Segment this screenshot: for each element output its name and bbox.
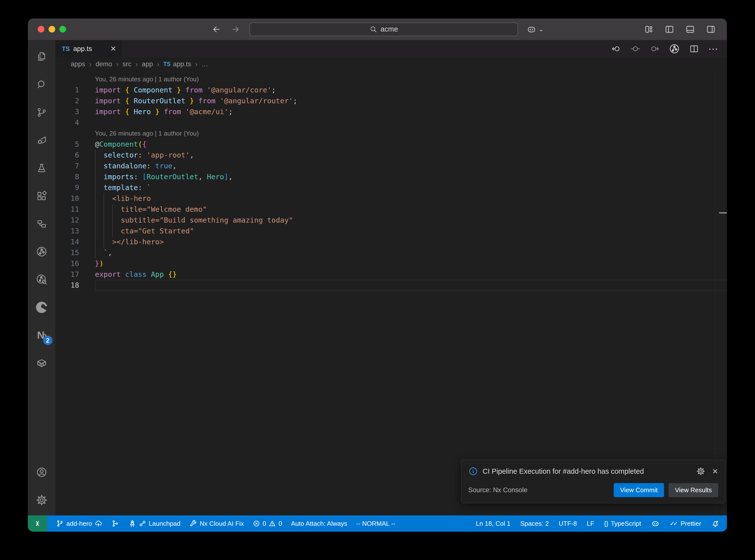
statusbar-copilot[interactable] [651, 519, 660, 528]
cursor-position-marker [719, 212, 727, 214]
code-line[interactable]: 18 [56, 280, 727, 291]
zoom-window-button[interactable] [59, 26, 66, 33]
activity-nx-console[interactable]: N› 2 [28, 321, 56, 349]
code-line-content: title="Welcmoe demo" [95, 204, 727, 215]
code-line-content: cta="Get Started" [95, 225, 727, 236]
statusbar-language[interactable]: {} TypeScript [604, 520, 641, 527]
copilot-menu[interactable]: ⌄ [526, 24, 544, 35]
breadcrumb-item[interactable]: apps [71, 60, 85, 68]
forward-button[interactable] [230, 24, 241, 35]
code-line-content: subtitle="Build something amazing today" [95, 215, 727, 225]
code-line[interactable]: 15`, [56, 247, 727, 258]
line-number: 7 [56, 160, 79, 171]
gear-icon[interactable] [696, 467, 705, 476]
code-line[interactable]: 10<lib-hero [56, 193, 727, 204]
activity-source-control[interactable] [28, 98, 56, 126]
statusbar-vim-mode[interactable]: -- NORMAL -- [356, 520, 395, 527]
code-line[interactable]: 14></lib-hero> [56, 236, 727, 247]
previous-change-icon[interactable] [611, 44, 621, 54]
statusbar-formatter[interactable]: ✓✓ Prettier [670, 520, 701, 527]
code-line[interactable]: 6selector: 'app-root', [56, 149, 727, 160]
statusbar-notifications[interactable] [711, 519, 719, 528]
code-line[interactable]: 4 [56, 117, 727, 128]
breadcrumb-item[interactable]: … [201, 60, 208, 68]
change-marker-icon[interactable] [630, 44, 641, 54]
activity-git-graph-search[interactable] [28, 265, 56, 293]
breadcrumb-item[interactable]: demo [96, 60, 113, 68]
minimize-window-button[interactable] [48, 26, 55, 33]
more-actions-icon[interactable]: ⋯ [708, 47, 718, 51]
breadcrumb-separator: › [116, 60, 119, 68]
braces-icon: {} [604, 520, 608, 527]
breadcrumb-item[interactable]: TSapp.ts [163, 60, 191, 68]
debug-icon [36, 135, 47, 146]
activity-extensions[interactable] [28, 182, 56, 210]
split-editor-icon[interactable] [689, 44, 699, 54]
toggle-secondary-sidebar-icon[interactable] [706, 24, 716, 35]
git-graph-action-icon[interactable] [669, 43, 680, 55]
statusbar-problems[interactable]: 0 0 [253, 520, 282, 527]
line-number: 16 [56, 258, 79, 269]
breadcrumb-label: demo [96, 60, 113, 68]
code-line[interactable]: 9template: ` [56, 182, 727, 193]
activity-hierarchy[interactable] [28, 210, 56, 238]
statusbar-launchpad[interactable]: Launchpad [128, 519, 180, 528]
activity-search[interactable] [28, 71, 56, 98]
tab-label: app.ts [73, 45, 92, 53]
code-line-content: export class App {} [95, 269, 727, 280]
close-icon[interactable]: ✕ [712, 467, 718, 476]
code-editor[interactable]: You, 26 minutes ago | 1 author (You)1imp… [56, 71, 727, 515]
activity-testing[interactable] [28, 154, 56, 182]
view-results-button[interactable]: View Results [669, 483, 718, 497]
back-button[interactable] [211, 24, 222, 35]
statusbar-encoding[interactable]: UTF-8 [559, 520, 577, 527]
activity-containers[interactable] [28, 349, 56, 377]
tab-bar: TS app.ts ✕ ⋯ [56, 40, 727, 57]
activity-edge-tools[interactable] [28, 293, 56, 321]
statusbar-nx-cloud-fix[interactable]: Nx Cloud AI Fix [190, 520, 244, 527]
activity-git-graph[interactable] [28, 238, 56, 265]
code-line[interactable]: 8imports: [RouterOutlet, Hero], [56, 171, 727, 182]
line-number: 8 [56, 171, 79, 182]
code-line[interactable]: 3import { Hero } from '@acme/ui'; [56, 106, 727, 117]
statusbar-eol[interactable]: LF [587, 520, 594, 527]
toggle-panel-icon[interactable] [685, 24, 695, 35]
breadcrumb-item[interactable]: src [122, 60, 132, 68]
statusbar-indentation[interactable]: Spaces: 2 [520, 520, 549, 527]
code-line[interactable]: 17export class App {} [56, 269, 727, 280]
statusbar-auto-attach[interactable]: Auto Attach: Always [291, 520, 347, 527]
code-line[interactable]: 16}) [56, 258, 727, 269]
statusbar-branch[interactable]: add-hero [56, 520, 102, 527]
code-line[interactable]: 2import { RouterOutlet } from '@angular/… [56, 95, 727, 106]
breadcrumb-item[interactable]: app [142, 60, 153, 68]
code-line[interactable]: 1import { Component } from '@angular/cor… [56, 84, 727, 95]
nx-cloud-fix-label: Nx Cloud AI Fix [200, 520, 244, 527]
activity-run-debug[interactable] [28, 126, 56, 154]
code-line[interactable]: 13cta="Get Started" [56, 225, 727, 236]
view-commit-button[interactable]: View Commit [614, 483, 664, 497]
close-window-button[interactable] [38, 26, 44, 33]
next-change-icon[interactable] [650, 44, 660, 54]
code-line[interactable]: 12subtitle="Build something amazing toda… [56, 215, 727, 225]
activity-explorer[interactable] [28, 43, 56, 71]
tab-close-icon[interactable]: ✕ [110, 45, 116, 53]
toggle-primary-sidebar-icon[interactable] [664, 24, 675, 35]
customize-layout-icon[interactable] [643, 24, 654, 35]
remote-indicator[interactable] [28, 515, 47, 532]
activity-settings[interactable] [28, 486, 56, 514]
tab-app-ts[interactable]: TS app.ts ✕ [56, 40, 122, 57]
git-merge-icon [111, 520, 119, 527]
code-line[interactable]: 7standalone: true, [56, 160, 727, 171]
info-icon [468, 466, 478, 476]
code-line-content: }) [95, 258, 727, 269]
statusbar-git-merge[interactable] [111, 520, 119, 527]
activity-account[interactable] [28, 458, 56, 486]
line-number: 4 [56, 117, 79, 128]
statusbar-cursor-position[interactable]: Ln 18, Col 1 [476, 520, 511, 527]
code-line[interactable]: 11title="Welcmoe demo" [56, 204, 727, 215]
code-line[interactable]: 5@Component({ [56, 139, 727, 149]
code-line-content: ></lib-hero> [95, 236, 727, 247]
command-center-search[interactable]: acme [249, 22, 518, 36]
overview-ruler[interactable] [715, 71, 727, 515]
remote-icon [33, 519, 42, 528]
